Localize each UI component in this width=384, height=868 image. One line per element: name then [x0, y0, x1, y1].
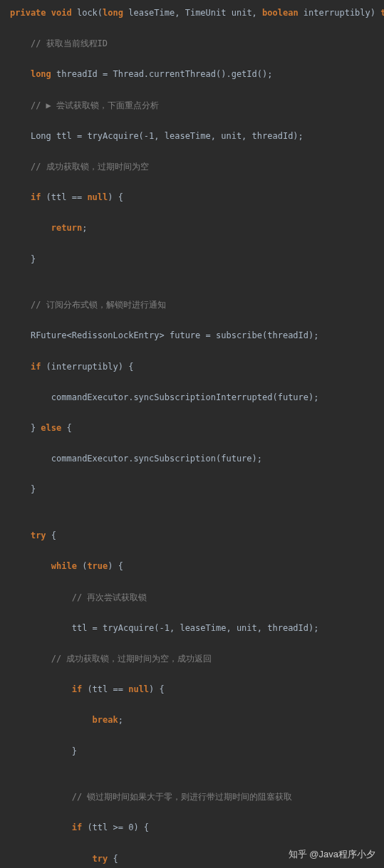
semi-2: ;	[118, 715, 123, 725]
kw-if-1: if	[31, 192, 41, 202]
comment-thread-id: // 获取当前线程ID	[31, 38, 108, 48]
if-cond-3b: ) {	[149, 684, 165, 694]
line-ttl: Long ttl = tryAcquire(-1, leaseTime, uni…	[31, 131, 303, 141]
brace-6: {	[108, 854, 118, 864]
kw-throws: t	[380, 8, 384, 18]
line-sync-int: commandExecutor.syncSubscriptionInterrup…	[51, 392, 319, 402]
while-b: ) {	[108, 561, 123, 571]
kw-try-2: try	[93, 854, 108, 864]
kw-if-4: if	[72, 822, 82, 832]
brace-3: }	[31, 484, 36, 494]
kw-private: private	[10, 8, 46, 18]
brace-4: {	[46, 530, 56, 540]
code-block: private void lock(long leaseTime, TimeUn…	[0, 0, 384, 868]
kw-if-3: if	[72, 684, 82, 694]
kw-return: return	[51, 223, 82, 233]
arrow-icon: ▶	[46, 100, 51, 110]
kw-null-1: null	[87, 192, 108, 202]
params-2: interruptibly)	[299, 8, 381, 18]
if-cond-4: (ttl >= 0) {	[82, 822, 149, 832]
brace-1: }	[31, 254, 36, 264]
line-future: RFuture<RedissonLockEntry> future = subs…	[31, 330, 319, 340]
comment-retry: // 再次尝试获取锁	[72, 592, 147, 602]
while-a: (	[77, 561, 87, 571]
if-cond-3a: (ttl ==	[82, 684, 128, 694]
kw-long: long	[103, 8, 123, 18]
fn-name: lock(	[72, 8, 103, 18]
kw-while: while	[51, 561, 77, 571]
kw-if-2: if	[31, 362, 41, 372]
comment-success: // 成功获取锁，过期时间为空	[31, 162, 149, 172]
line-threadid: threadId = Thread.currentThread().getId(…	[51, 69, 273, 79]
comment-success-2: // 成功获取锁，过期时间为空，成功返回	[51, 654, 212, 664]
brace-2b: {	[61, 423, 71, 433]
kw-void: void	[51, 8, 72, 18]
comment-subscribe: // 订阅分布式锁，解锁时进行通知	[31, 300, 166, 310]
if-cond-2: (interruptibly) {	[41, 362, 133, 372]
watermark: 知乎 @Java程序小夕	[289, 846, 375, 862]
kw-boolean: boolean	[262, 8, 299, 18]
kw-break: break	[93, 715, 118, 725]
params-1: leaseTime, TimeUnit unit,	[123, 8, 262, 18]
kw-long-2: long	[31, 69, 51, 79]
kw-try-1: try	[31, 530, 46, 540]
kw-else-1: else	[41, 423, 61, 433]
line-ttl-2: ttl = tryAcquire(-1, leaseTime, unit, th…	[72, 623, 319, 633]
brace-2a: }	[31, 423, 41, 433]
line-sync: commandExecutor.syncSubscription(future)…	[51, 454, 262, 464]
kw-true: true	[87, 561, 108, 571]
comment-try-acquire: // ▶ 尝试获取锁，下面重点分析	[31, 100, 159, 110]
comment-gt0: // 锁过期时间如果大于零，则进行带过期时间的阻塞获取	[72, 792, 293, 802]
if-cond-1a: (ttl ==	[41, 192, 87, 202]
if-cond-1b: ) {	[108, 192, 123, 202]
brace-5: }	[72, 746, 77, 756]
kw-null-2: null	[128, 684, 149, 694]
semi-1: ;	[82, 223, 87, 233]
